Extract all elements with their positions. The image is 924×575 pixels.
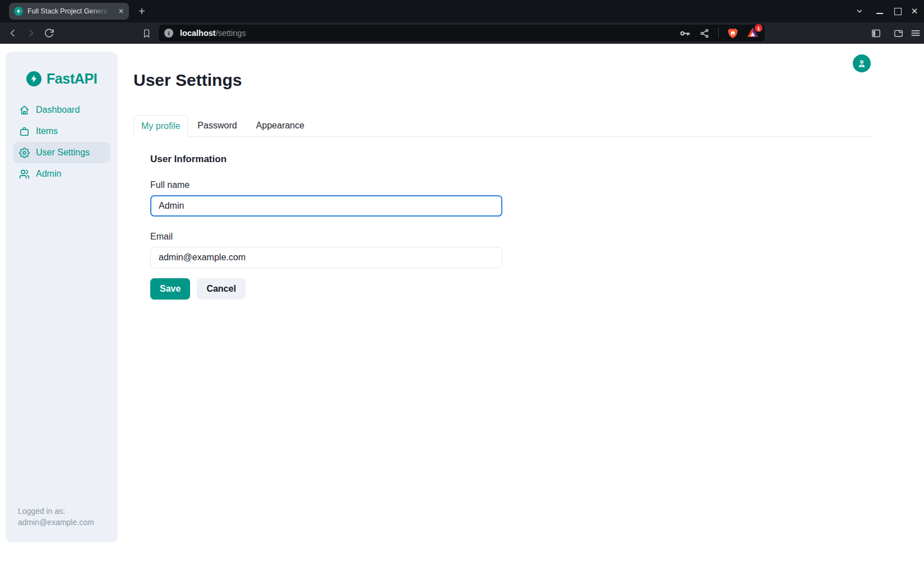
sidebar-item-user-settings[interactable]: User Settings [13,142,110,163]
brave-shield-icon[interactable] [727,27,738,39]
share-icon[interactable] [699,28,710,39]
back-icon[interactable] [7,27,19,39]
home-icon [19,104,30,116]
fastapi-logo-icon [26,71,41,86]
tab-close-icon[interactable]: ✕ [118,8,124,15]
main-content: User Settings My profile Password Appear… [133,44,872,300]
email-input[interactable] [150,247,502,268]
tab-my-profile[interactable]: My profile [133,115,188,137]
sidebar-item-label: Admin [36,169,61,179]
sidebar-item-admin[interactable]: Admin [13,163,110,185]
brand-name: FastAPI [47,71,97,87]
fastapi-favicon-icon [14,7,23,16]
tab-password[interactable]: Password [188,115,246,136]
menu-hamburger-icon[interactable] [909,27,922,39]
sidebar-item-label: Items [36,126,58,136]
sidebar-item-label: Dashboard [36,105,80,115]
address-bar[interactable]: i localhost/settings 1 [159,25,765,42]
browser-tab-strip: Full Stack Project Genera ✕ + ✕ [0,0,924,22]
sidebar-item-items[interactable]: Items [13,121,110,142]
new-tab-button[interactable]: + [135,3,149,20]
form-actions: Save Cancel [150,278,872,300]
window-maximize-button[interactable] [890,0,905,22]
window-minimize-button[interactable] [872,0,887,22]
sidebar: FastAPI Dashboard Items [6,52,118,542]
site-info-icon[interactable]: i [164,29,173,38]
fullname-label: Full name [150,180,872,190]
briefcase-icon [19,126,30,137]
reload-icon[interactable] [43,27,55,39]
profile-panel: User Information Full name Email Save Ca… [133,137,872,300]
sidebar-item-dashboard[interactable]: Dashboard [13,99,110,121]
fastapi-brand: FastAPI [6,52,118,96]
rewards-badge: 1 [755,24,763,32]
browser-tab[interactable]: Full Stack Project Genera ✕ [9,3,129,20]
sidebar-item-label: User Settings [36,148,90,158]
tab-appearance[interactable]: Appearance [247,115,314,136]
url-path: /settings [216,29,246,38]
url-host: localhost [180,29,216,38]
save-button[interactable]: Save [150,278,190,300]
logged-in-email: admin@example.com [18,517,94,528]
tab-search-chevron-icon[interactable] [852,0,867,22]
gear-icon [19,147,30,158]
bookmark-icon[interactable] [140,27,153,39]
page-title: User Settings [133,71,872,90]
toolbar-divider [718,28,719,38]
users-icon [19,168,30,180]
settings-tabs: My profile Password Appearance [133,115,872,137]
forward-icon[interactable] [25,27,37,39]
page-content: FastAPI Dashboard Items [0,44,924,575]
email-label: Email [150,232,872,242]
logged-in-info: Logged in as: admin@example.com [18,505,94,528]
logged-in-label: Logged in as: [18,505,94,517]
sidebar-panel-icon[interactable] [870,27,882,39]
sidebar-nav: Dashboard Items User Settings [6,96,118,185]
url-text: localhost/settings [180,29,246,38]
cancel-button[interactable]: Cancel [197,278,245,300]
key-icon[interactable] [679,27,691,39]
fullname-input[interactable] [150,195,502,217]
wallet-icon[interactable] [892,27,904,39]
section-title: User Information [150,154,872,165]
browser-window: Full Stack Project Genera ✕ + ✕ i localh… [0,0,924,575]
window-close-button[interactable]: ✕ [907,0,922,22]
brave-rewards-icon[interactable]: 1 [747,27,759,39]
tab-title: Full Stack Project Genera [27,7,114,15]
